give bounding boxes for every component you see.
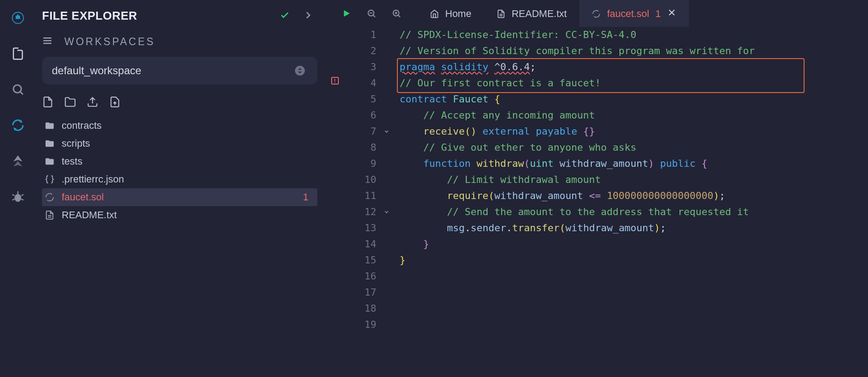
error-glyph-icon[interactable]: !	[331, 77, 339, 85]
svg-rect-1	[16, 16, 20, 19]
line-gutter: 12345678910111213141516171819	[343, 27, 383, 377]
publish-icon[interactable]	[87, 96, 98, 110]
code-line[interactable]: function withdraw(uint withdraw_amount) …	[400, 156, 868, 172]
code-line[interactable]: // Send the amount to the address that r…	[400, 204, 868, 220]
code-line[interactable]: // Accept any incoming amount	[400, 107, 868, 123]
editor-area: HomeREADME.txtfaucet.sol1 ! 123456789101…	[326, 0, 868, 377]
code-line[interactable]: contract Faucet {	[400, 91, 868, 107]
tab-README-txt[interactable]: README.txt	[484, 0, 579, 27]
file-actions	[42, 96, 317, 117]
tree-item-tests[interactable]: tests	[42, 152, 317, 170]
svg-line-22	[398, 15, 400, 17]
code-line[interactable]: // SPDX-License-Identifier: CC-BY-SA-4.0	[400, 27, 868, 43]
svg-line-7	[13, 195, 15, 196]
code-line[interactable]: msg.sender.transfer(withdraw_amount);	[400, 220, 868, 236]
hamburger-icon[interactable]	[42, 35, 53, 48]
run-button[interactable]	[336, 3, 357, 24]
svg-point-2	[17, 14, 19, 16]
fold-column	[383, 27, 397, 377]
code-line[interactable]: receive() external payable {}	[400, 123, 868, 140]
code-line[interactable]: // Give out ether to anyone who asks	[400, 140, 868, 156]
code-area[interactable]: // SPDX-License-Identifier: CC-BY-SA-4.0…	[397, 27, 868, 377]
new-file-icon[interactable]	[42, 96, 54, 110]
check-icon[interactable]	[280, 10, 290, 22]
workspaces-label: WORKSPACES	[64, 36, 155, 48]
zoom-out-button[interactable]	[361, 3, 382, 24]
chevron-right-icon[interactable]	[303, 10, 313, 22]
svg-line-19	[373, 15, 375, 17]
code-line[interactable]: }	[400, 236, 868, 252]
upload-icon[interactable]	[109, 96, 121, 110]
editor-tabs: HomeREADME.txtfaucet.sol1	[417, 0, 689, 27]
panel-title: FILE EXPLORER	[42, 9, 137, 23]
file-explorer-icon[interactable]	[9, 45, 27, 63]
fold-chevron-icon[interactable]	[383, 204, 397, 220]
code-line[interactable]: // Version of Solidity compiler this pro…	[400, 43, 868, 59]
svg-point-5	[15, 194, 21, 202]
workspace-selected: default_workspace	[52, 64, 141, 77]
glyph-margin: !	[326, 27, 343, 377]
search-icon[interactable]	[9, 80, 27, 98]
close-icon[interactable]	[667, 8, 676, 20]
file-explorer-panel: FILE EXPLORER WORKSPACES default_workspa…	[36, 0, 326, 377]
new-folder-icon[interactable]	[64, 96, 76, 110]
debug-icon[interactable]	[9, 188, 27, 206]
deploy-icon[interactable]	[9, 152, 27, 170]
svg-line-10	[21, 199, 24, 200]
tab-faucet-sol[interactable]: faucet.sol1	[579, 0, 688, 27]
fold-chevron-icon[interactable]	[383, 123, 397, 140]
svg-line-8	[21, 195, 24, 196]
chevron-updown-icon	[295, 66, 305, 76]
tree-item-scripts[interactable]: scripts	[42, 135, 317, 152]
workspace-select[interactable]: default_workspace	[42, 57, 317, 85]
tree-item-faucet-sol[interactable]: faucet.sol1	[42, 188, 317, 206]
activity-bar	[0, 0, 36, 377]
tab-Home[interactable]: Home	[417, 0, 484, 27]
editor-body: ! 12345678910111213141516171819 // SPDX-…	[326, 27, 868, 377]
svg-line-4	[20, 92, 23, 94]
svg-line-9	[13, 199, 15, 200]
code-line[interactable]: require(withdraw_amount <= 1000000000000…	[400, 188, 868, 204]
code-line[interactable]: // Our first contract is a faucet!	[400, 75, 868, 91]
editor-toolbar: HomeREADME.txtfaucet.sol1	[326, 0, 868, 27]
tree-item--prettierrc-json[interactable]: .prettierrc.json	[42, 170, 317, 188]
tree-item-contracts[interactable]: contracts	[42, 117, 317, 135]
zoom-in-button[interactable]	[386, 3, 407, 24]
solidity-compile-icon[interactable]	[9, 116, 27, 134]
code-line[interactable]: // Limit withdrawal amount	[400, 172, 868, 188]
logo-icon[interactable]	[9, 9, 27, 27]
svg-point-3	[13, 85, 21, 93]
tree-item-README-txt[interactable]: README.txt	[42, 206, 317, 224]
code-line[interactable]: }	[400, 252, 868, 268]
code-line[interactable]: pragma solidity ^0.6.4;	[400, 59, 868, 75]
file-tree: contractsscriptstests.prettierrc.jsonfau…	[42, 117, 317, 224]
